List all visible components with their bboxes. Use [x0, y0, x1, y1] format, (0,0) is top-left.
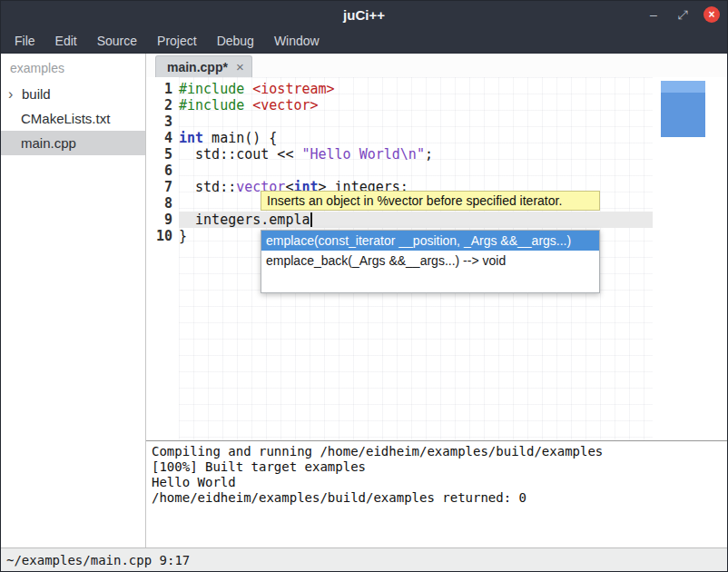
scrollbar-overview-thumb [661, 93, 705, 137]
line-number: 7 [146, 179, 172, 195]
line-number-gutter: 1 2 3 4 5 6 7 8 9 10 [146, 77, 179, 440]
editor-column: main.cpp* × 1 2 3 4 5 6 7 8 9 10 [146, 54, 727, 547]
close-button[interactable]: × [703, 6, 720, 23]
menu-project[interactable]: Project [147, 28, 207, 54]
window-controls: – ⤢ × [645, 1, 720, 28]
code-token: ; [425, 146, 433, 163]
output-panel: Compiling and running /home/eidheim/exam… [146, 440, 727, 547]
tab-main-cpp[interactable]: main.cpp* × [155, 55, 252, 77]
text-cursor [310, 212, 312, 227]
code-line[interactable]: std::cout << "Hello World\n"; [179, 146, 653, 163]
code-line-current[interactable]: integers.empla [179, 212, 653, 228]
line-number: 3 [146, 113, 172, 130]
output-line: [100%] Built target examples [152, 459, 722, 475]
code-token: "Hello World\n" [301, 146, 424, 163]
code-token: <vector> [252, 97, 318, 113]
line-number: 8 [146, 195, 172, 212]
code-line[interactable]: int main() { [179, 130, 653, 146]
code-token: #include [179, 97, 252, 113]
window-title: juCi++ [1, 7, 727, 23]
line-number: 1 [146, 81, 172, 97]
code-token: <iostream> [252, 81, 334, 97]
chevron-right-icon[interactable]: › [8, 88, 21, 101]
statusbar: ~/examples/main.cpp 9:17 [1, 547, 727, 571]
menu-debug[interactable]: Debug [207, 28, 264, 54]
file-tree-sidebar: examples › build CMakeLists.txt main.cpp [1, 54, 146, 547]
code-line[interactable] [179, 163, 653, 179]
scrollbar-overview[interactable] [661, 81, 705, 137]
line-number: 4 [146, 130, 172, 146]
statusbar-file-position: ~/examples/main.cpp 9:17 [6, 553, 190, 567]
code-token: #include [179, 81, 252, 97]
menu-source[interactable]: Source [87, 28, 147, 54]
tree-item-label: main.cpp [21, 135, 76, 151]
tab-label: main.cpp* [167, 60, 228, 74]
code-token: main() { [203, 130, 277, 146]
line-number: 2 [146, 97, 172, 113]
code-token: int [179, 130, 203, 146]
autocomplete-popup: emplace(const_iterator __position, _Args… [261, 230, 600, 293]
completion-item-emplace-back[interactable]: emplace_back(_Args &&__args...) --> void [261, 251, 599, 271]
scrollbar-overview-highlight [661, 81, 705, 93]
code-line[interactable]: #include <vector> [179, 97, 653, 113]
doc-tooltip-text: Inserts an object in %vector before spec… [267, 193, 562, 208]
code-token: } [179, 228, 187, 244]
menubar: File Edit Source Project Debug Window [1, 28, 727, 54]
maximize-button[interactable]: ⤢ [674, 6, 691, 23]
menu-edit[interactable]: Edit [45, 28, 87, 54]
line-number: 9 [146, 212, 172, 228]
tree-item-label: CMakeLists.txt [21, 111, 110, 126]
app-window: juCi++ – ⤢ × File Edit Source Project De… [0, 0, 728, 572]
sidebar-item-cmakelists[interactable]: CMakeLists.txt [1, 106, 145, 131]
main-area: examples › build CMakeLists.txt main.cpp… [1, 54, 727, 547]
code-editor: 1 2 3 4 5 6 7 8 9 10 #include <iostream>… [146, 77, 727, 440]
code-token: std:: [179, 179, 236, 195]
output-line: /home/eidheim/examples/build/examples re… [152, 490, 722, 506]
output-line: Hello World [152, 475, 722, 490]
tab-close-icon[interactable]: × [236, 59, 244, 74]
sidebar-item-build[interactable]: › build [1, 82, 145, 106]
menu-file[interactable]: File [5, 28, 45, 54]
project-name: examples [1, 54, 145, 82]
code-line[interactable]: #include <iostream> [179, 81, 653, 97]
code-token: integers.empla [179, 212, 310, 228]
line-number: 5 [146, 146, 172, 163]
tree-item-label: build [22, 86, 51, 102]
code-line[interactable] [179, 113, 653, 130]
code-token: std::cout << [179, 146, 301, 163]
output-line: Compiling and running /home/eidheim/exam… [152, 444, 722, 459]
line-number: 6 [146, 163, 172, 179]
titlebar: juCi++ – ⤢ × [1, 1, 727, 28]
line-number: 10 [146, 228, 172, 244]
doc-tooltip: Inserts an object in %vector before spec… [261, 191, 600, 211]
tabbar: main.cpp* × [146, 54, 727, 77]
minimize-button[interactable]: – [645, 6, 662, 23]
menu-window[interactable]: Window [264, 28, 330, 54]
completion-item-emplace[interactable]: emplace(const_iterator __position, _Args… [261, 231, 599, 251]
sidebar-item-main-cpp[interactable]: main.cpp [1, 131, 145, 155]
